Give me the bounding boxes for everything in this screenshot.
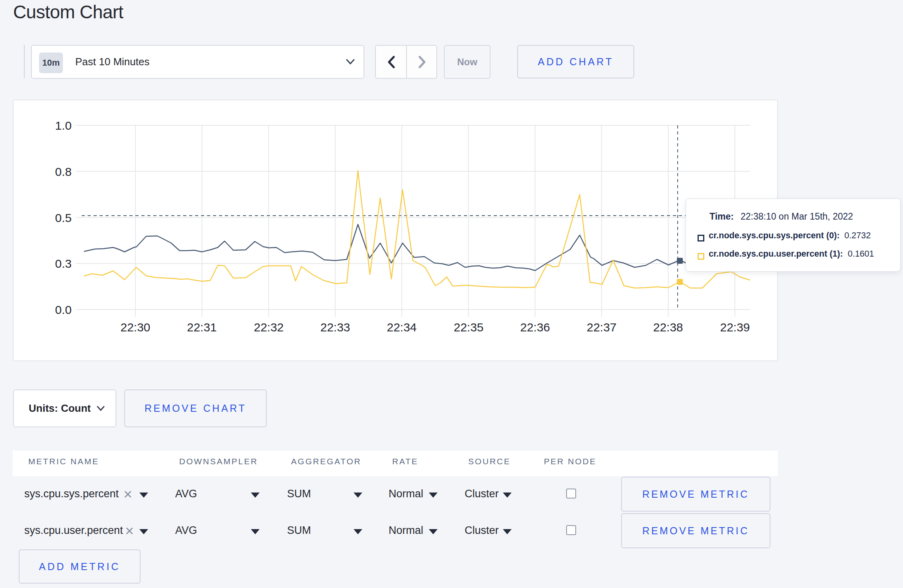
- svg-text:22:37: 22:37: [586, 321, 616, 334]
- svg-text:1.0: 1.0: [55, 119, 72, 132]
- svg-text:22:36: 22:36: [520, 321, 550, 334]
- svg-text:22:35: 22:35: [453, 321, 483, 334]
- svg-text:0.3: 0.3: [55, 257, 72, 270]
- svg-text:22:38: 22:38: [653, 321, 683, 334]
- svg-text:0.0: 0.0: [55, 303, 72, 316]
- svg-text:22:34: 22:34: [387, 321, 416, 334]
- svg-text:22:31: 22:31: [187, 321, 217, 334]
- svg-text:22:32: 22:32: [254, 321, 283, 334]
- svg-text:22:33: 22:33: [320, 321, 350, 334]
- svg-text:22:30: 22:30: [120, 321, 150, 334]
- svg-text:0.5: 0.5: [55, 211, 72, 224]
- svg-text:0.8: 0.8: [55, 165, 72, 178]
- svg-text:22:39: 22:39: [720, 321, 750, 334]
